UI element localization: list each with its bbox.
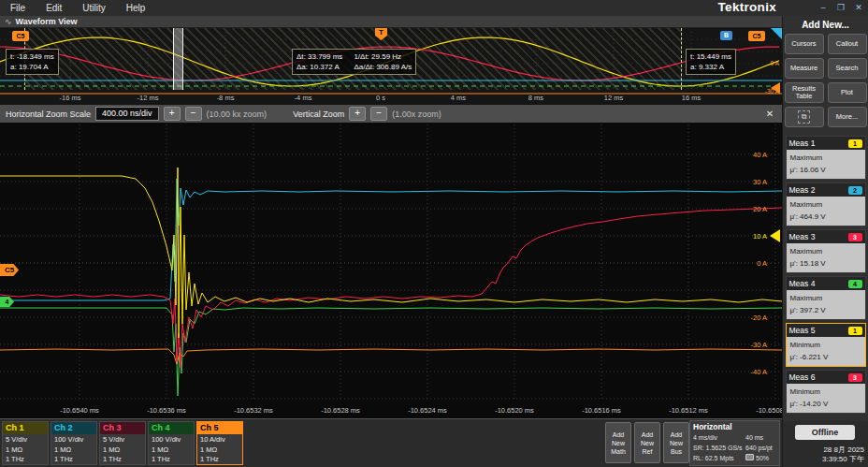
channel-badge-ch2[interactable]: Ch 2100 V/div1 MΩ1 THz <box>51 421 97 465</box>
record-length: RL: 62.5 Mpts <box>693 453 745 463</box>
channel-name: Ch 3 <box>100 422 145 434</box>
ch5-level-arrow-icon <box>771 82 780 94</box>
pan-corner-icon[interactable] <box>771 28 782 39</box>
position-icon <box>745 454 754 460</box>
channel-settings: 100 V/div1 MΩ1 THz <box>149 434 194 465</box>
add-results-table-button[interactable]: Results Table <box>785 82 824 103</box>
add-plot-button[interactable]: Plot <box>828 82 867 103</box>
overview-x-label: 0 s <box>376 94 385 102</box>
horizontal-span: 40 ms <box>745 432 776 443</box>
overview-x-label: -4 ms <box>295 94 312 102</box>
menu-bar: File Edit Utility Help Tektronix – ❐ ✕ <box>0 0 868 16</box>
plot-x-label: -10.6532 ms <box>234 406 273 415</box>
zoomed-waveform-plot[interactable]: -10.6540 ms-10.6536 ms-10.6532 ms-10.652… <box>0 123 782 418</box>
channel-name: Ch 4 <box>149 422 194 434</box>
cursor-b-line[interactable] <box>681 28 682 90</box>
add-custom-icon: ⧉ <box>798 110 811 124</box>
cursor-b-badge[interactable]: B <box>720 31 732 40</box>
zoom-toolbar: Horizontal Zoom Scale 400.00 ns/div + − … <box>0 105 782 123</box>
plot-y-label: 20 A <box>753 205 767 213</box>
h-zoom-scale-value[interactable]: 400.00 ns/div <box>95 107 159 121</box>
meas-badge-meas6[interactable]: Meas 63Minimumμ': -14.20 V <box>786 370 866 414</box>
add-measure-button[interactable]: Measure <box>785 58 824 79</box>
zoom-close-button[interactable]: ✕ <box>763 109 776 119</box>
ch5-badge-right[interactable]: C5 <box>748 31 765 41</box>
sample-resolution: 640 ps/pt <box>745 443 776 453</box>
menu-help[interactable]: Help <box>116 0 156 16</box>
menu-utility[interactable]: Utility <box>72 0 115 16</box>
add-new-ref-button[interactable]: AddNewRef <box>634 422 660 463</box>
add-new-buttons: CursorsCalloutMeasureSearchResults Table… <box>783 34 868 127</box>
meas-result: Maximumμ': 464.9 V <box>787 197 865 226</box>
channel-settings: 5 V/div1 MΩ1 THz <box>3 434 48 465</box>
meas-source-badge: 3 <box>848 373 862 382</box>
horizontal-settings-panel[interactable]: Horizontal 4 ms/div 40 ms SR: 1.5625 GS/… <box>689 420 780 466</box>
channel-badge-ch4[interactable]: Ch 4100 V/div1 MΩ1 THz <box>148 421 195 465</box>
v-zoom-in-button[interactable]: + <box>349 107 366 121</box>
overview-x-label: 12 ms <box>604 94 624 102</box>
meas-badge-meas5[interactable]: Meas 51Minimumμ': -6.221 V <box>786 323 866 367</box>
meas-badge-meas2[interactable]: Meas 22Maximumμ': 464.9 V <box>786 182 866 226</box>
menu-edit[interactable]: Edit <box>36 0 72 16</box>
horizontal-title: Horizontal <box>693 422 776 432</box>
meas-result: Minimumμ': -14.20 V <box>787 384 865 413</box>
plot-x-label: -10.6540 ms <box>60 406 99 415</box>
channel-badge-ch1[interactable]: Ch 15 V/div1 MΩ1 THz <box>2 421 49 465</box>
plot-x-label: -10.6536 ms <box>147 406 186 415</box>
channel-badge-ch5[interactable]: Ch 510 A/div1 MΩ1 THz <box>196 421 243 465</box>
plot-y-label: -40 A <box>750 368 767 376</box>
meas-result: Maximumμ': 15.18 V <box>787 243 865 272</box>
trace-ch4 <box>0 308 782 396</box>
meas-source-badge: 4 <box>848 280 862 288</box>
channel-name: Ch 5 <box>197 422 242 434</box>
add-more-button[interactable]: More... <box>828 107 867 127</box>
meas-badge-meas3[interactable]: Meas 33Maximumμ': 15.18 V <box>786 229 866 273</box>
overview-x-label: 16 ms <box>682 94 702 102</box>
horizontal-scale: 4 ms/div <box>693 432 745 443</box>
h-zoom-in-button[interactable]: + <box>164 107 181 121</box>
horizontal-position: 50% <box>756 455 769 461</box>
offline-button[interactable]: Offline <box>795 425 855 440</box>
channel-badge-ch3[interactable]: Ch 35 V/div1 MΩ1 THz <box>99 421 146 465</box>
overview-x-label: 8 ms <box>528 94 544 102</box>
add-new-math-button[interactable]: AddNewMath <box>605 422 631 463</box>
meas-name: Meas 4 <box>789 279 816 288</box>
overview-y-label: 0 A <box>771 60 780 66</box>
add-new-group: AddNewMathAddNewRefAddNewBus <box>605 422 689 463</box>
zoom-window-indicator[interactable] <box>173 28 183 90</box>
meas-source-badge: 2 <box>848 186 862 195</box>
sample-rate: SR: 1.5625 GS/s <box>693 443 745 453</box>
add-search-button[interactable]: Search <box>828 58 867 79</box>
v-zoom-factor: (1.00x zoom) <box>392 109 441 119</box>
add-new-bus-button[interactable]: AddNewBus <box>663 422 689 463</box>
plot-x-label: -10.6528 ms <box>321 406 360 415</box>
close-button[interactable]: ✕ <box>851 1 866 14</box>
restore-button[interactable]: ❐ <box>833 1 848 14</box>
plot-canvas: -10.6540 ms-10.6536 ms-10.6532 ms-10.652… <box>0 123 782 418</box>
plot-y-label: 0 A <box>757 259 767 268</box>
plot-x-label: -10.6516 ms <box>582 406 621 415</box>
meas-name: Meas 2 <box>789 185 816 195</box>
menu-file[interactable]: File <box>0 0 36 16</box>
status-corner: Offline 28 8月 2025 3:39:50 下午 <box>782 421 868 467</box>
meas-result: Maximumμ': 16.06 V <box>787 150 865 179</box>
v-zoom-out-button[interactable]: − <box>370 107 387 121</box>
acquisition-overview[interactable]: -16 ms-12 ms-8 ms-4 ms0 s4 ms8 ms12 ms16… <box>0 28 782 105</box>
overview-x-label: -16 ms <box>60 94 81 102</box>
minimize-button[interactable]: – <box>816 1 831 14</box>
h-zoom-out-button[interactable]: − <box>185 107 202 121</box>
v-zoom-label: Vertical Zoom <box>293 109 344 119</box>
meas-badge-meas1[interactable]: Meas 11Maximumμ': 16.06 V <box>786 136 866 180</box>
add-custom-button[interactable]: ⧉ <box>785 107 824 127</box>
waveform-icon: ∿ <box>5 17 12 26</box>
ch5-badge-left[interactable]: C5 <box>12 31 29 41</box>
add-cursors-button[interactable]: Cursors <box>785 34 824 54</box>
add-new-title: Add New... <box>783 16 868 34</box>
channel-settings: 10 A/div1 MΩ1 THz <box>197 434 242 465</box>
plot-y-label: 10 A <box>753 232 767 241</box>
trigger-level-arrow-icon[interactable] <box>770 229 780 242</box>
overview-x-label: 4 ms <box>451 94 467 102</box>
plot-y-label: 30 A <box>753 178 767 186</box>
meas-badge-meas4[interactable]: Meas 44Maximumμ': 397.2 V <box>786 276 866 320</box>
add-callout-button[interactable]: Callout <box>828 34 867 54</box>
